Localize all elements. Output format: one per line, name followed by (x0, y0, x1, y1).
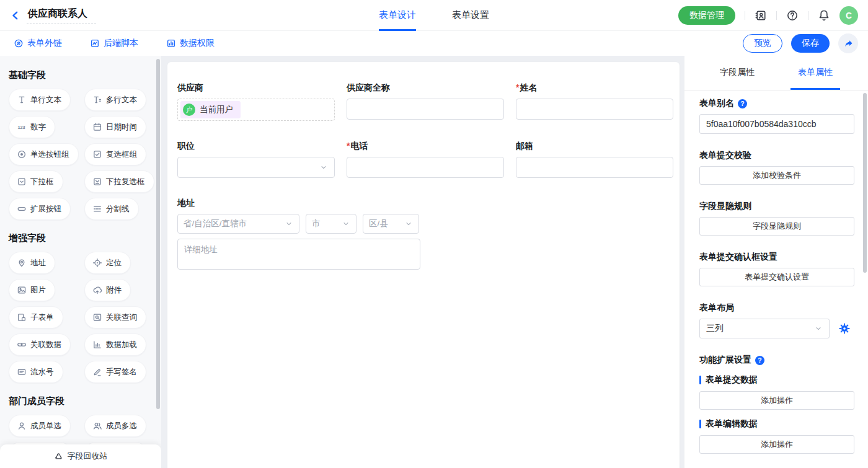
field-pill-number[interactable]: 123数字 (9, 116, 55, 138)
phone-input[interactable] (347, 157, 504, 178)
avatar[interactable]: C (839, 6, 858, 25)
link-icon (14, 38, 24, 48)
share-button[interactable] (838, 33, 858, 53)
field-pill-multi-select[interactable]: 下拉复选框 (84, 170, 154, 193)
form-layout-select[interactable]: 三列 (699, 319, 830, 338)
address-detail-textarea[interactable]: 详细地址 (177, 239, 420, 270)
supplier-field[interactable]: 户当前用户 (177, 99, 335, 121)
datetime-icon (92, 122, 102, 132)
form-field-supplier[interactable]: 供应商户当前用户 (177, 82, 335, 121)
address-district-select[interactable]: 区/县 (363, 214, 419, 234)
supplier-label: 供应商 (177, 82, 335, 94)
panel-section-heading: 字段显隐规则 (699, 201, 854, 212)
toolbar-link-external-link[interactable]: 表单外链 (14, 38, 62, 49)
toolbar-link-data-permission[interactable]: 数据权限 (166, 38, 215, 49)
field-pill-locate[interactable]: 定位 (84, 252, 131, 274)
member-multi-icon (92, 421, 102, 431)
field-pill-member-multi[interactable]: 成员多选 (84, 415, 146, 437)
field-recycle-bin[interactable]: 字段回收站 (0, 444, 161, 468)
fields-sidebar: 基础字段单行文本多行文本123数字日期时间单选按钮组复选框组下拉框下拉复选框扩展… (0, 56, 161, 468)
field-pill-linked-query[interactable]: 关联查询 (84, 306, 146, 329)
submit-data-add-button[interactable]: 添加操作 (699, 391, 854, 410)
field-pill-label: 地址 (30, 258, 46, 268)
field-pill-text-multi[interactable]: 多行文本 (84, 89, 146, 111)
field-pill-member-single[interactable]: 成员单选 (9, 415, 71, 437)
field-pill-label: 数据加载 (106, 340, 137, 350)
topbar: 供应商联系人 表单设计表单设置 数据管理 C (0, 0, 868, 31)
divider (776, 11, 777, 20)
cloud-upload-icon (92, 285, 102, 295)
field-pill-subform[interactable]: 子表单 (9, 306, 63, 329)
form-field-phone[interactable]: *电话 (347, 141, 504, 178)
panel-tab-field-props[interactable]: 字段属性 (712, 56, 762, 90)
form-field-supplier-fullname[interactable]: 供应商全称 (347, 82, 504, 121)
field-pill-label: 多行文本 (106, 95, 137, 105)
linked-data-icon (17, 340, 27, 350)
current-user-tag[interactable]: 户当前用户 (180, 101, 241, 118)
edit-data-subheading: 表单编辑数据 (699, 418, 854, 430)
button-icon (17, 204, 27, 214)
email-input[interactable] (516, 157, 673, 178)
gear-icon[interactable] (835, 319, 854, 338)
help-icon[interactable]: ? (755, 356, 764, 365)
form-field-address[interactable]: 地址省/自治区/直辖市市区/县详细地址 (177, 198, 504, 270)
page-title[interactable]: 供应商联系人 (27, 6, 96, 24)
field-pill-data-load[interactable]: 数据加载 (84, 333, 146, 356)
field-pill-datetime[interactable]: 日期时间 (84, 116, 146, 138)
panel-scrollbar[interactable] (863, 93, 867, 273)
address-province-select[interactable]: 省/自治区/直辖市 (177, 214, 299, 234)
edit-data-add-button[interactable]: 添加操作 (699, 435, 854, 454)
data-manage-button[interactable]: 数据管理 (678, 6, 735, 25)
field-pill-ext-button[interactable]: 扩展按钮 (9, 198, 71, 220)
toolbar-link-label: 表单外链 (27, 38, 62, 49)
question-icon[interactable] (786, 9, 799, 22)
field-pill-select[interactable]: 下拉框 (9, 170, 63, 193)
required-asterisk: * (347, 141, 350, 152)
toolbar-link-backend-script[interactable]: 后端脚本 (90, 38, 138, 49)
address-book-icon[interactable] (755, 9, 767, 22)
supplier-fullname-input[interactable] (347, 99, 504, 120)
field-pill-attachment[interactable]: 附件 (84, 279, 131, 301)
field-pill-label: 成员多选 (106, 421, 137, 431)
form-toolbar: 表单外链后端脚本数据权限 预览 保存 (0, 31, 868, 56)
main-tab-settings[interactable]: 表单设置 (452, 0, 489, 31)
field-pill-divider[interactable]: 分割线 (84, 198, 139, 220)
field-pill-serial-number[interactable]: 流水号 (9, 361, 63, 383)
main-tab-design[interactable]: 表单设计 (379, 0, 416, 31)
chevron-down-icon (814, 324, 823, 333)
field-pill-checkbox-group[interactable]: 复选框组 (84, 143, 146, 166)
name-input[interactable] (516, 99, 673, 120)
panel-tab-form-props[interactable]: 表单属性 (790, 56, 840, 90)
field-visibility-button[interactable]: 字段显隐规则 (699, 217, 854, 236)
back-icon[interactable] (10, 10, 21, 21)
help-icon[interactable]: ? (738, 99, 747, 108)
field-pill-radio-group[interactable]: 单选按钮组 (9, 143, 79, 166)
form-field-position[interactable]: 职位 (177, 141, 335, 178)
text-single-icon (17, 95, 27, 105)
map-pin-icon (17, 258, 27, 268)
save-button[interactable]: 保存 (791, 34, 830, 53)
position-select[interactable] (177, 157, 335, 178)
form-alias-input[interactable] (699, 114, 854, 134)
field-pill-image[interactable]: 图片 (9, 279, 55, 301)
panel-section-heading: 表单布局 (699, 302, 854, 314)
sidebar-scrollbar[interactable] (156, 59, 160, 409)
field-pill-signature[interactable]: 手写签名 (84, 361, 146, 383)
field-pill-address[interactable]: 地址 (9, 252, 55, 274)
sidebar-section-title: 基础字段 (9, 69, 161, 81)
bell-icon[interactable] (818, 9, 830, 22)
multi-select-icon (92, 177, 102, 187)
submit-confirm-button[interactable]: 表单提交确认设置 (699, 268, 854, 286)
address-city-select[interactable]: 市 (306, 214, 356, 234)
field-pill-label: 日期时间 (106, 122, 137, 133)
panel-section-form-alias: 表单别名? (699, 98, 854, 134)
field-pill-linked-data[interactable]: 关联数据 (9, 333, 71, 356)
panel-section-field-visibility: 字段显隐规则字段显隐规则 (699, 201, 854, 236)
recycle-icon (54, 452, 63, 461)
form-field-name[interactable]: *姓名 (516, 82, 673, 121)
field-pill-text-single[interactable]: 单行文本 (9, 89, 71, 111)
field-pill-label: 子表单 (30, 312, 54, 323)
form-field-email[interactable]: 邮箱 (516, 141, 673, 178)
preview-button[interactable]: 预览 (743, 34, 782, 53)
submit-validation-button[interactable]: 添加校验条件 (699, 166, 854, 185)
